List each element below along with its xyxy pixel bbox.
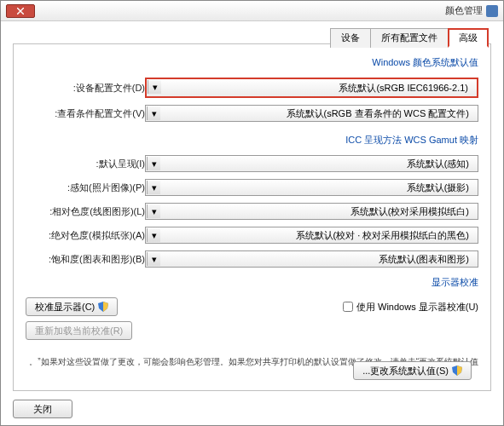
use-windows-calibration-checkbox[interactable]: 使用 Windows 显示器校准(U) (343, 301, 478, 314)
device-profile-dropdown[interactable]: ▾ 系统默认(sRGB IEC61966-2.1) (145, 78, 478, 98)
relative-colorimetric-dropdown[interactable]: ▾ 系统默认(校对采用模拟纸白) (145, 203, 478, 220)
chevron-down-icon: ▾ (147, 157, 160, 170)
saturation-dropdown[interactable]: ▾ 系统默认(图表和图形) (145, 250, 478, 268)
section-icc-title: ICC 呈现方法 WCS Gamut 映射 (26, 134, 478, 147)
viewing-profile-label: 查看条件配置文件(V): (26, 107, 145, 120)
window-title: 颜色管理 (445, 4, 483, 17)
chevron-down-icon: ▾ (148, 80, 161, 94)
chevron-down-icon: ▾ (147, 181, 160, 194)
section-windows-defaults-title: Windows 颜色系统默认值 (26, 56, 478, 69)
chevron-down-icon: ▾ (147, 204, 160, 218)
row-viewing-profile: ▾ 系统默认(sRGB 查看条件的 WCS 配置文件) 查看条件配置文件(V): (26, 105, 478, 122)
main-panel: Windows 颜色系统默认值 ▾ 系统默认(sRGB IEC61966-2.1… (13, 43, 491, 391)
absolute-colorimetric-dropdown[interactable]: ▾ 系统默认(校对 · 校对采用模拟纸白的黑色) (145, 227, 478, 244)
chevron-down-icon: ▾ (147, 252, 160, 266)
chevron-down-icon: ▾ (147, 228, 160, 242)
app-icon (486, 5, 498, 17)
device-profile-value: 系统默认(sRGB IEC61966-2.1) (148, 82, 472, 95)
viewing-profile-value: 系统默认(sRGB 查看条件的 WCS 配置文件) (148, 107, 472, 120)
row-default-intent: ▾ 系统默认(感知) 默认呈现(I): (26, 155, 478, 172)
tab-all-profiles[interactable]: 所有配置文件 (370, 28, 449, 48)
device-profile-label: 设备配置文件(D): (26, 82, 145, 95)
row-absolute-colorimetric: ▾ 系统默认(校对 · 校对采用模拟纸白的黑色) 绝对色度(模拟纸张)(A): (26, 227, 478, 244)
display-calibration-section: 显示器校准 使用 Windows 显示器校准(U) 校准显示器(C) 重新加载当… (26, 276, 478, 340)
tab-strip: 高级 所有配置文件 设备 (330, 28, 488, 48)
window-close-button[interactable] (6, 4, 35, 18)
chevron-down-icon: ▾ (147, 106, 160, 120)
reload-calibration-button[interactable]: 重新加载当前校准(R) (26, 321, 132, 340)
perceptual-dropdown[interactable]: ▾ 系统默认(摄影) (145, 179, 478, 196)
default-intent-dropdown[interactable]: ▾ 系统默认(感知) (145, 155, 478, 172)
titlebar: 颜色管理 (1, 1, 503, 21)
row-relative-colorimetric: ▾ 系统默认(校对采用模拟纸白) 相对色度(线图图形)(L): (26, 203, 478, 220)
row-saturation: ▾ 系统默认(图表和图形) 饱和度(图表和图形)(B): (26, 250, 478, 268)
close-button[interactable]: 关闭 (13, 400, 72, 418)
shield-icon (452, 366, 462, 376)
close-icon (17, 8, 24, 14)
viewing-profile-dropdown[interactable]: ▾ 系统默认(sRGB 查看条件的 WCS 配置文件) (145, 105, 478, 122)
display-calibration-title: 显示器校准 (26, 276, 478, 289)
tab-devices[interactable]: 设备 (330, 28, 371, 48)
dialog-window: 颜色管理 高级 所有配置文件 设备 Windows 颜色系统默认值 ▾ 系统默认… (0, 0, 504, 426)
tab-advanced[interactable]: 高级 (448, 28, 489, 48)
change-system-defaults-button[interactable]: 更改系统默认值(S)... (353, 361, 472, 380)
row-perceptual: ▾ 系统默认(摄影) 感知(照片图像)(P): (26, 179, 478, 196)
row-device-profile: ▾ 系统默认(sRGB IEC61966-2.1) 设备配置文件(D): (26, 78, 478, 98)
use-windows-calibration-input[interactable] (343, 302, 353, 312)
calibrate-display-button[interactable]: 校准显示器(C) (26, 297, 118, 316)
shield-icon (98, 302, 108, 312)
